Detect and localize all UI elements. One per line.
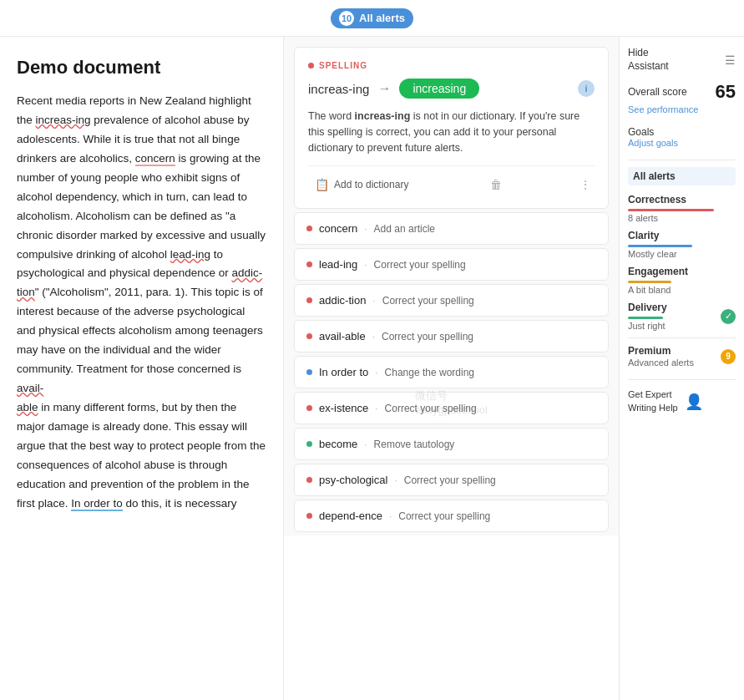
correctness-bar — [628, 209, 714, 211]
clarity-bar — [628, 245, 692, 247]
alert-dot — [306, 333, 312, 339]
alert-sep: · — [372, 331, 375, 342]
alert-item[interactable]: ex-istence · Correct your spelling — [294, 392, 609, 424]
alert-desc: Correct your spelling — [398, 510, 490, 522]
expert-person-icon: 👤 — [685, 393, 703, 411]
alert-dot — [306, 477, 312, 483]
alert-item[interactable]: lead-ing · Correct your spelling — [294, 248, 609, 281]
engagement-sub: A bit bland — [628, 285, 736, 295]
alert-dot — [306, 297, 312, 303]
alert-sep: · — [394, 474, 397, 486]
sidebar: HideAssistant ☰ Overall score 65 See per… — [619, 37, 744, 700]
word-concern[interactable]: concern — [135, 152, 175, 166]
alerts-panel: SPELLING increas-ing → increasing i The … — [284, 37, 619, 535]
alert-item[interactable]: psy-chological · Correct your spelling — [294, 464, 609, 496]
all-alerts-tab[interactable]: All alerts — [628, 167, 736, 185]
premium-badge: 9 — [721, 349, 736, 364]
alert-desc: Correct your spelling — [382, 295, 474, 307]
alert-sep: · — [372, 295, 375, 307]
alert-word: depend-ence — [319, 510, 382, 522]
spelling-suggestion-row: increas-ing → increasing i — [308, 79, 595, 99]
alert-sep: · — [375, 367, 377, 378]
alert-dot — [306, 513, 312, 519]
alert-word: become — [319, 438, 357, 450]
spell-word: increas-ing — [308, 82, 369, 96]
document-panel: Demo document Recent media reports in Ne… — [0, 37, 284, 700]
spell-info-dot: i — [578, 80, 595, 97]
see-performance-link[interactable]: See performance — [628, 104, 736, 114]
delivery-label: Delivery — [628, 302, 667, 313]
engagement-bar — [628, 281, 671, 283]
goals-label: Goals — [628, 126, 736, 138]
alert-item[interactable]: addic-tion · Correct your spelling — [294, 284, 609, 317]
premium-row: Premium Advanced alerts 9 — [628, 345, 736, 368]
adjust-goals-link[interactable]: Adjust goals — [628, 138, 736, 148]
add-to-dictionary-button[interactable]: 📋 Add to dictionary — [308, 175, 415, 195]
delivery-label-wrap: Delivery Just right — [628, 302, 667, 331]
alert-desc: Correct your spelling — [382, 331, 473, 342]
alert-desc: Add an article — [374, 223, 435, 235]
sidebar-menu-icon[interactable]: ☰ — [725, 53, 736, 67]
spelling-desc: The word increas-ing is not in our dicti… — [308, 109, 595, 155]
alert-desc: Correct your spelling — [385, 403, 477, 414]
spelling-actions: 📋 Add to dictionary 🗑 ⋮ — [308, 165, 595, 195]
spell-suggestion[interactable]: increasing — [399, 79, 479, 99]
delivery-bar — [628, 317, 663, 319]
correctness-sub: 8 alerts — [628, 213, 736, 223]
alert-dot — [306, 405, 312, 411]
doc-text: Recent media reports in New Zealand high… — [17, 92, 266, 514]
alert-sep: · — [364, 259, 367, 271]
alerts-label: All alerts — [359, 12, 405, 24]
spelling-desc-word: increas-ing — [355, 110, 411, 122]
alert-dot — [306, 369, 312, 375]
delivery-sub: Just right — [628, 321, 667, 331]
more-options-icon[interactable]: ⋮ — [576, 175, 595, 195]
word-increasing[interactable]: increas-ing — [36, 114, 91, 126]
overall-score-label: Overall score — [628, 86, 687, 98]
alert-desc: Change the wording — [385, 367, 474, 378]
clarity-sub: Mostly clear — [628, 249, 736, 259]
premium-label: Premium — [628, 345, 694, 357]
alerts-panel-wrap: SPELLING increas-ing → increasing i The … — [284, 37, 619, 700]
overall-score-value: 65 — [716, 81, 736, 103]
alert-item[interactable]: avail-able · Correct your spelling — [294, 320, 609, 353]
spelling-label-text: SPELLING — [319, 61, 367, 70]
hide-assistant-label: HideAssistant — [628, 47, 669, 73]
alert-list: concern · Add an article lead-ing · Corr… — [294, 212, 609, 532]
sidebar-score-row: Overall score 65 — [628, 81, 736, 103]
sidebar-category-correctness: Correctness 8 alerts — [628, 194, 736, 223]
word-in-order-to[interactable]: In order to — [71, 497, 123, 511]
delete-icon[interactable]: 🗑 — [487, 175, 505, 195]
alert-dot — [306, 226, 312, 231]
premium-label-wrap: Premium Advanced alerts — [628, 345, 694, 368]
add-dict-icon: 📋 — [315, 178, 329, 191]
clarity-label: Clarity — [628, 230, 736, 241]
alerts-badge[interactable]: 10 All alerts — [331, 8, 413, 28]
alert-dot — [306, 441, 312, 447]
doc-title: Demo document — [17, 57, 266, 79]
alert-sep: · — [364, 223, 367, 235]
alert-item[interactable]: In order to · Change the wording — [294, 356, 609, 388]
alert-sep: · — [389, 510, 392, 522]
spelling-card: SPELLING increas-ing → increasing i The … — [294, 47, 609, 209]
alert-item[interactable]: depend-ence · Correct your spelling — [294, 500, 609, 532]
alert-item[interactable]: become · Remove tautology — [294, 428, 609, 460]
alert-word: concern — [319, 222, 357, 235]
alert-sep: · — [375, 403, 377, 414]
word-addiction[interactable]: addic-tion — [17, 266, 262, 298]
add-dict-label: Add to dictionary — [334, 179, 408, 190]
sidebar-category-clarity: Clarity Mostly clear — [628, 230, 736, 259]
sidebar-divider-1 — [628, 160, 736, 160]
spelling-label: SPELLING — [308, 61, 595, 70]
alert-word: addic-tion — [319, 294, 366, 307]
alert-word: avail-able — [319, 330, 366, 342]
word-available[interactable]: avail-able — [17, 382, 43, 413]
top-bar: 10 All alerts — [0, 0, 744, 37]
expert-writing-help-row[interactable]: Get ExpertWriting Help 👤 — [628, 379, 736, 414]
main-layout: Demo document Recent media reports in Ne… — [0, 37, 744, 700]
alert-desc: Correct your spelling — [404, 474, 496, 486]
sidebar-category-premium: Premium Advanced alerts 9 — [628, 345, 736, 368]
alert-desc: Remove tautology — [374, 439, 455, 450]
word-leading[interactable]: lead-ing — [170, 248, 210, 261]
alert-item[interactable]: concern · Add an article — [294, 212, 609, 245]
